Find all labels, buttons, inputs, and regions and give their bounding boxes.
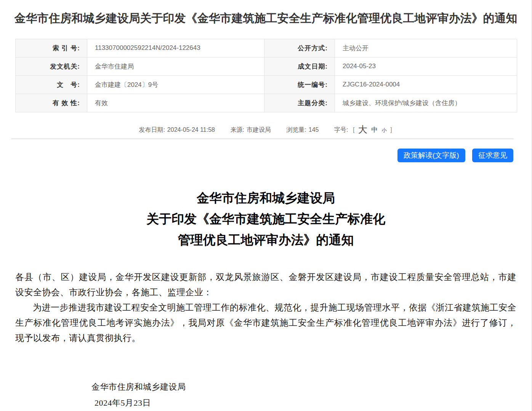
view-count-value: 145 [309, 126, 319, 133]
page: 金华市住房和城乡建设局关于印发《金华市建筑施工安全生产标准化管理优良工地评审办法… [0, 0, 532, 411]
policy-interpretation-button[interactable]: 政策解读(文字版) [397, 149, 465, 163]
meta-value-unified-number: ZJGC16-2024-0004 [335, 75, 517, 94]
document-body: 各县（市、区）建设局，金华开发区建设更新部，双龙风景旅游区、金磐开发区建设局，市… [15, 269, 516, 411]
meta-value-disclosure-method: 主动公开 [335, 39, 517, 57]
font-size-large-button[interactable]: 大 [358, 124, 367, 134]
meta-table: 索 引 号: 11330700002592214N/2024-122643 公开… [15, 39, 517, 112]
source-label: 来源: [230, 126, 244, 133]
source-value: 市建设局 [247, 126, 271, 133]
meta-value-topic-category: 城乡建设、环境保护/城乡建设（含住房） [335, 94, 517, 112]
font-size-small-button[interactable]: 小 [382, 127, 387, 133]
font-size-medium-button[interactable]: 中 [371, 126, 378, 133]
solicit-opinions-button[interactable]: 征求意见 [472, 149, 513, 163]
bracket-open: [ [353, 126, 354, 133]
meta-label-validity: 有 效 性: [16, 94, 87, 112]
publish-date-label: 发布日期: [139, 126, 165, 133]
view-count-label: 浏览量: [286, 126, 306, 133]
meta-label-disclosure-method: 公开方式: [264, 39, 335, 57]
paragraph-main: 为进一步推进我市建设工程安全文明施工管理工作的标准化、规范化，提升施工现场管理水… [15, 300, 516, 345]
document-title-line: 管理优良工地评审办法》的通知 [0, 229, 532, 250]
action-buttons: 政策解读(文字版) 征求意见 [15, 149, 513, 163]
publish-date-value: 2024-05-24 11:58 [167, 126, 215, 133]
meta-value-validity: 有效 [87, 94, 264, 112]
meta-value-document-number: 金市建建〔2024〕9号 [87, 75, 264, 94]
page-title: 金华市住房和城乡建设局关于印发《金华市建筑施工安全生产标准化管理优良工地评审办法… [13, 0, 519, 29]
divider [11, 139, 514, 139]
table-row: 有 效 性: 有效 主题分类: 城乡建设、环境保护/城乡建设（含住房） [16, 94, 517, 112]
font-size-control: 字号: [ 大 中 小 ] [334, 126, 393, 133]
meta-label-issuing-agency: 发文机关: [16, 57, 87, 75]
view-count: 浏览量:145 [286, 126, 319, 133]
table-row: 文 号: 金市建建〔2024〕9号 统一编号: ZJGC16-2024-0004 [16, 75, 517, 94]
publish-date: 发布日期:2024-05-24 11:58 [139, 126, 215, 133]
paragraph-addressees: 各县（市、区）建设局，金华开发区建设更新部，双龙风景旅游区、金磐开发区建设局，市… [15, 269, 516, 300]
document-title-line: 金华市住房和城乡建设局 [0, 187, 532, 208]
meta-value-issuing-agency: 金华市住建局 [87, 57, 264, 75]
meta-value-index-number: 11330700002592214N/2024-122643 [87, 39, 264, 57]
table-row: 发文机关: 金华市住建局 成文日期: 2024-05-23 [16, 57, 517, 75]
table-row: 索 引 号: 11330700002592214N/2024-122643 公开… [16, 39, 517, 57]
meta-label-document-number: 文 号: [16, 75, 87, 94]
signature-date: 2024年5月23日 [15, 395, 516, 411]
source: 来源:市建设局 [230, 126, 271, 133]
meta-label-unified-number: 统一编号: [264, 75, 335, 94]
publish-info-bar: 发布日期:2024-05-24 11:58 来源:市建设局 浏览量:145 字号… [0, 124, 532, 135]
document-title: 金华市住房和城乡建设局 关于印发《金华市建筑施工安全生产标准化 管理优良工地评审… [0, 187, 532, 250]
meta-label-topic-category: 主题分类: [264, 94, 335, 112]
meta-value-issue-date: 2024-05-23 [335, 57, 517, 75]
document-title-line: 关于印发《金华市建筑施工安全生产标准化 [0, 208, 532, 229]
font-size-label: 字号: [334, 126, 348, 133]
bracket-close: ] [390, 126, 392, 133]
meta-label-issue-date: 成文日期: [264, 57, 335, 75]
signature-block: 金华市住房和城乡建设局 2024年5月23日 [15, 379, 516, 411]
meta-label-index-number: 索 引 号: [16, 39, 87, 57]
signature-org: 金华市住房和城乡建设局 [15, 379, 516, 395]
